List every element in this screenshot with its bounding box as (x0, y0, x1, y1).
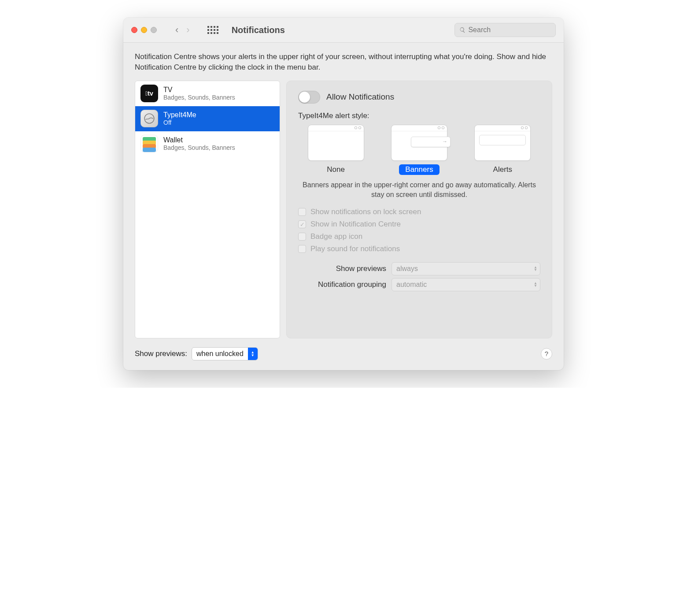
app-list[interactable]: tv TV Badges, Sounds, Banners TypeIt4Me… (135, 81, 280, 338)
back-button[interactable]: ‹ (175, 24, 178, 36)
columns: tv TV Badges, Sounds, Banners TypeIt4Me… (135, 81, 552, 338)
app-sub: Badges, Sounds, Banners (163, 144, 235, 151)
alert-style-banners[interactable]: Banners (381, 125, 457, 175)
check-label: Play sound for notifications (310, 245, 400, 253)
chevron-updown-icon: ▲▼ (248, 348, 258, 360)
none-thumb-icon (308, 125, 364, 161)
typeit4me-icon (140, 110, 158, 127)
banners-thumb-icon (391, 125, 447, 161)
alert-style-alerts[interactable]: Alerts (465, 125, 540, 175)
app-row-wallet[interactable]: Wallet Badges, Sounds, Banners (135, 131, 280, 156)
checkbox-icon[interactable]: ✓ (298, 220, 306, 228)
style-label: Banners (399, 164, 439, 175)
allow-notifications-toggle[interactable] (298, 91, 320, 104)
chevron-updown-icon: ▲▼ (534, 266, 537, 271)
app-row-typeit4me[interactable]: TypeIt4Me Off (135, 106, 280, 131)
app-sub: Badges, Sounds, Banners (163, 94, 235, 101)
app-row-tv[interactable]: tv TV Badges, Sounds, Banners (135, 81, 280, 106)
minimize-icon[interactable] (141, 27, 147, 33)
app-name: TV (163, 86, 235, 94)
select-value: automatic (396, 281, 427, 289)
close-icon[interactable] (131, 27, 137, 33)
check-label: Show in Notification Centre (310, 220, 401, 229)
footer-show-previews-label: Show previews: (135, 349, 187, 358)
checkbox-icon[interactable] (298, 233, 306, 241)
select-value: always (396, 265, 418, 273)
footer: Show previews: when unlocked ▲▼ ? (135, 347, 552, 360)
app-sub: Off (163, 119, 196, 126)
search-field[interactable] (454, 23, 556, 37)
alert-style-heading: TypeIt4Me alert style: (298, 111, 540, 120)
help-button[interactable]: ? (541, 348, 552, 360)
intro-text: Notification Centre shows your alerts in… (135, 52, 552, 73)
style-label: None (321, 164, 351, 175)
titlebar: ‹ › Notifications (123, 18, 564, 43)
detail-panel: Allow Notifications TypeIt4Me alert styl… (286, 81, 552, 338)
check-badge-icon[interactable]: Badge app icon (298, 232, 540, 241)
window-title: Notifications (232, 25, 285, 35)
preferences-window: ‹ › Notifications Notification Centre sh… (123, 18, 564, 370)
footer-show-previews-select[interactable]: when unlocked ▲▼ (192, 347, 258, 360)
show-all-icon[interactable] (207, 26, 218, 34)
grouping-label: Notification grouping (298, 280, 386, 289)
check-lock-screen[interactable]: Show notifications on lock screen (298, 208, 540, 216)
app-name: TypeIt4Me (163, 111, 196, 119)
alert-style-none[interactable]: None (298, 125, 373, 175)
nav-arrows: ‹ › (175, 24, 190, 36)
check-notification-centre[interactable]: ✓ Show in Notification Centre (298, 220, 540, 229)
style-label: Alerts (487, 164, 518, 175)
app-name: Wallet (163, 136, 235, 144)
show-previews-label: Show previews (298, 264, 386, 273)
select-value: when unlocked (192, 350, 248, 358)
tv-icon: tv (140, 85, 158, 102)
alert-style-description: Banners appear in the upper-right corner… (303, 180, 536, 200)
body: Notification Centre shows your alerts in… (123, 43, 564, 370)
checkbox-icon[interactable] (298, 245, 306, 253)
check-label: Show notifications on lock screen (310, 208, 421, 216)
check-label: Badge app icon (310, 232, 362, 241)
search-icon (459, 26, 465, 33)
search-input[interactable] (468, 26, 551, 34)
grouping-select[interactable]: automatic ▲▼ (392, 278, 540, 291)
alerts-thumb-icon (474, 125, 531, 161)
wallet-icon (140, 135, 158, 152)
chevron-updown-icon: ▲▼ (534, 282, 537, 287)
check-play-sound[interactable]: Play sound for notifications (298, 245, 540, 253)
allow-notifications-label: Allow Notifications (326, 92, 394, 102)
forward-button[interactable]: › (186, 24, 189, 36)
show-previews-select[interactable]: always ▲▼ (392, 262, 540, 275)
alert-style-options: None Banners Alerts (298, 125, 540, 175)
checkbox-icon[interactable] (298, 208, 306, 216)
window-controls (131, 27, 157, 33)
zoom-icon (151, 27, 157, 33)
